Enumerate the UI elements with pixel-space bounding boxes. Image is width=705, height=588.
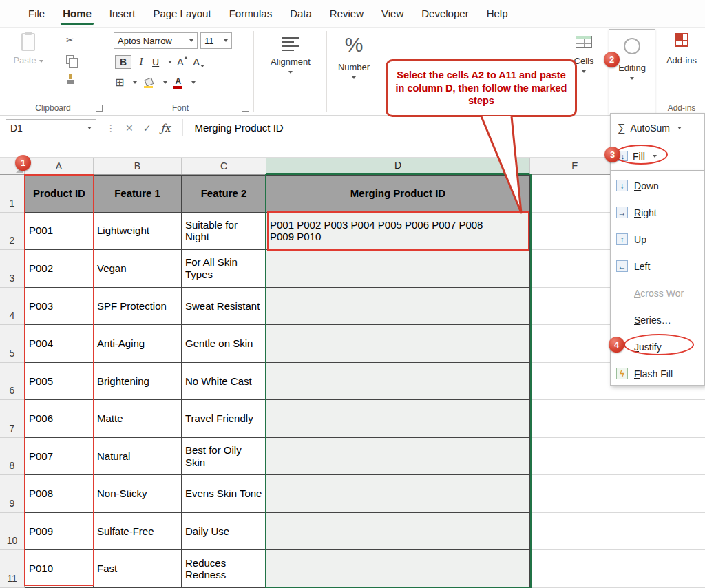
fill-menu-item-right[interactable]: → Right: [611, 199, 704, 226]
cell-D8[interactable]: [266, 438, 530, 476]
cell-C2[interactable]: Suitable for Night: [182, 213, 266, 251]
cell-E7[interactable]: [530, 400, 620, 438]
menu-tab-formulas[interactable]: Formulas: [229, 0, 273, 27]
cell-B3[interactable]: Vegan: [94, 250, 182, 288]
cell-A10[interactable]: P009: [25, 513, 94, 551]
cell-C5[interactable]: Gentle on Skin: [182, 325, 266, 363]
row-header-5[interactable]: 5: [0, 325, 25, 363]
cell-B2[interactable]: Lightweight: [94, 213, 182, 251]
cell-D9[interactable]: [266, 475, 530, 513]
cell-E5[interactable]: [530, 325, 620, 363]
cut-icon[interactable]: ✂: [66, 34, 74, 45]
fill-menu-item-flash-fill[interactable]: ϟ Flash Fill: [611, 360, 704, 387]
underline-button[interactable]: U: [151, 56, 160, 67]
fill-color-icon[interactable]: [143, 78, 154, 88]
cell-A7[interactable]: P006: [25, 400, 94, 438]
cell-C10[interactable]: Daily Use: [182, 513, 266, 551]
fill-menu-item-across-worksheets[interactable]: Across Wor: [611, 280, 704, 306]
cell-A4[interactable]: P003: [25, 288, 94, 326]
cell-D3[interactable]: [266, 250, 530, 288]
column-header-d-selected[interactable]: D: [266, 158, 530, 174]
cell-C4[interactable]: Sweat Resistant: [182, 288, 266, 326]
cell-B4[interactable]: SPF Protection: [94, 288, 182, 326]
row-header-9[interactable]: 9: [0, 475, 25, 513]
italic-button[interactable]: I: [136, 56, 146, 67]
enter-icon[interactable]: ✓: [143, 123, 151, 134]
cell-D6[interactable]: [266, 363, 530, 401]
insert-function-icon[interactable]: ƒx: [160, 122, 170, 134]
row-header-4[interactable]: 4: [0, 288, 25, 326]
paste-button[interactable]: Paste: [8, 33, 48, 65]
cell-C9[interactable]: Evens Skin Tone: [182, 475, 266, 513]
cell-D5[interactable]: [266, 325, 530, 363]
cell-C8[interactable]: Best for Oily Skin: [182, 438, 266, 476]
cell-D10[interactable]: [266, 513, 530, 551]
clipboard-dialog-launcher[interactable]: [96, 105, 103, 112]
cell-E2[interactable]: [530, 213, 620, 251]
fill-menu-item-down[interactable]: ↓ Down: [611, 172, 704, 199]
decrease-font-size-button[interactable]: A: [193, 56, 204, 67]
cell-B10[interactable]: Sulfate-Free: [94, 513, 182, 551]
cell-A1[interactable]: Product ID: [25, 175, 94, 213]
format-painter-icon[interactable]: [66, 74, 74, 84]
font-name-select[interactable]: Aptos Narrow: [114, 32, 198, 49]
menu-tab-data[interactable]: Data: [290, 0, 312, 27]
cell-F11[interactable]: [620, 550, 705, 588]
row-header-11[interactable]: 11: [0, 550, 25, 588]
cell-C11[interactable]: Reduces Redness: [182, 550, 266, 588]
fill-menu-item-justify[interactable]: Justify: [611, 333, 704, 360]
cell-A3[interactable]: P002: [25, 250, 94, 288]
cell-D11[interactable]: [266, 550, 530, 588]
borders-icon[interactable]: ⊞: [115, 77, 124, 88]
fill-menu-item-series[interactable]: Series…: [611, 306, 704, 333]
cell-E1[interactable]: [530, 175, 620, 213]
cell-E9[interactable]: [530, 475, 620, 513]
menu-tab-page-layout[interactable]: Page Layout: [153, 0, 211, 27]
menu-tab-file[interactable]: File: [28, 0, 45, 27]
cell-E3[interactable]: [530, 250, 620, 288]
cell-D1[interactable]: Merging Product ID: [266, 175, 530, 213]
font-dialog-launcher[interactable]: [242, 105, 249, 112]
row-header-6[interactable]: 6: [0, 363, 25, 401]
cell-B9[interactable]: Non-Sticky: [94, 475, 182, 513]
cell-F10[interactable]: [620, 513, 705, 551]
cell-E10[interactable]: [530, 513, 620, 551]
editing-group-button[interactable]: Editing: [609, 29, 655, 114]
menu-tab-review[interactable]: Review: [330, 0, 364, 27]
cell-D2[interactable]: P001 P002 P003 P004 P005 P006 P007 P008 …: [266, 213, 530, 251]
menu-tab-view[interactable]: View: [381, 0, 403, 27]
fill-menu-item-up[interactable]: ↑ Up: [611, 226, 704, 253]
cell-B7[interactable]: Matte: [94, 400, 182, 438]
name-box[interactable]: D1: [6, 119, 96, 136]
font-color-icon[interactable]: A: [173, 77, 182, 89]
menu-tab-insert[interactable]: Insert: [109, 0, 136, 27]
font-size-select[interactable]: 11: [200, 32, 232, 49]
cell-D7[interactable]: [266, 400, 530, 438]
cell-C7[interactable]: Travel Friendly: [182, 400, 266, 438]
fill-menu-item-left[interactable]: ← Left: [611, 253, 704, 280]
row-header-2[interactable]: 2: [0, 213, 25, 251]
bold-button[interactable]: B: [115, 55, 131, 69]
cell-A11[interactable]: P010: [25, 550, 94, 588]
row-header-1[interactable]: 1: [0, 175, 25, 213]
column-header-c[interactable]: C: [182, 158, 266, 174]
menu-tab-developer[interactable]: Developer: [421, 0, 468, 27]
cell-E8[interactable]: [530, 438, 620, 476]
increase-font-size-button[interactable]: A: [177, 56, 188, 67]
copy-icon[interactable]: [66, 55, 74, 64]
number-group-button[interactable]: % Number: [329, 28, 379, 116]
cell-E6[interactable]: [530, 363, 620, 401]
autosum-button[interactable]: ∑ AutoSum: [611, 114, 704, 142]
alignment-group-button[interactable]: Alignment: [256, 28, 325, 116]
cell-A6[interactable]: P005: [25, 363, 94, 401]
cell-F9[interactable]: [620, 475, 705, 513]
menu-tab-home[interactable]: Home: [63, 0, 92, 27]
cell-A5[interactable]: P004: [25, 325, 94, 363]
cell-A2[interactable]: P001: [25, 213, 94, 251]
cell-E4[interactable]: [530, 288, 620, 326]
cell-A8[interactable]: P007: [25, 438, 94, 476]
row-header-10[interactable]: 10: [0, 513, 25, 551]
row-header-7[interactable]: 7: [0, 400, 25, 438]
cell-A9[interactable]: P008: [25, 475, 94, 513]
cell-B1[interactable]: Feature 1: [94, 175, 182, 213]
